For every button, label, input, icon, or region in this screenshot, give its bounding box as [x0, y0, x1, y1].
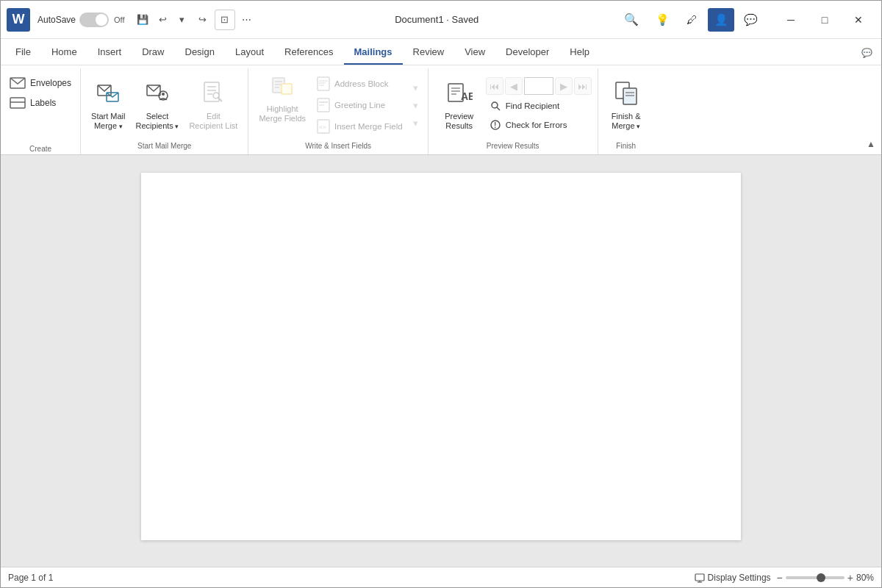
save-button[interactable]: 💾 — [134, 11, 151, 29]
edit-recipient-list-label: EditRecipient List — [189, 112, 237, 131]
preview-group-label: Preview Results — [487, 139, 539, 151]
preview-buttons: ABC PreviewResults ⏮ ◀ ▶ ⏭ — [434, 71, 592, 139]
share-button[interactable]: 👤 — [708, 8, 734, 32]
highlight-merge-fields-label: HighlightMerge Fields — [259, 104, 306, 123]
preview-results-container: ABC PreviewResults — [434, 79, 484, 132]
envelope-icon — [10, 77, 26, 89]
close-button[interactable]: ✕ — [842, 7, 875, 33]
address-block-dropdown: ▾ — [409, 80, 422, 96]
nav-prev-button: ◀ — [505, 77, 523, 95]
search-button[interactable]: 🔍 — [618, 10, 645, 30]
find-recipient-label: Find Recipient — [506, 101, 560, 110]
svg-rect-41 — [695, 574, 704, 581]
top-right-icons: 💡 🖊 👤 💬 — [649, 8, 764, 32]
help-icon-button[interactable]: 💡 — [649, 8, 675, 32]
zoom-level: 80% — [856, 573, 874, 583]
tab-draw[interactable]: Draw — [132, 42, 174, 65]
greeting-line-dropdown: ▾ — [409, 98, 422, 113]
write-insert-inner: HighlightMerge Fields Address Block — [254, 71, 421, 151]
tab-view[interactable]: View — [454, 42, 495, 65]
qat: 💾 ↩ ▾ ↪ ⊡ ⋯ — [134, 10, 256, 30]
ribbon: Envelopes Labels Create — [1, 65, 881, 155]
pen-mode-button[interactable]: 🖊 — [678, 8, 705, 32]
create-buttons: Envelopes Labels — [5, 74, 76, 142]
maximize-button[interactable]: □ — [808, 7, 842, 33]
zoom-in-button[interactable]: + — [847, 572, 853, 584]
preview-nav-controls: ⏮ ◀ ▶ ⏭ — [486, 77, 592, 95]
svg-rect-1 — [10, 98, 25, 108]
minimize-button[interactable]: ─ — [774, 7, 808, 33]
tab-references[interactable]: References — [274, 42, 343, 65]
svg-rect-18 — [282, 84, 292, 94]
comments-tab-button[interactable]: 💬 — [856, 44, 877, 62]
insert-merge-field-button: «» Insert Merge Field — [313, 117, 406, 136]
check-for-errors-button[interactable]: ! Check for Errors — [486, 117, 592, 133]
display-settings-icon — [695, 573, 705, 583]
finish-group-label: Finish — [616, 139, 636, 151]
svg-text:«»: «» — [319, 123, 326, 131]
tab-file[interactable]: File — [5, 42, 41, 65]
tab-layout[interactable]: Layout — [225, 42, 274, 65]
zoom-slider[interactable] — [786, 576, 845, 579]
address-block-icon — [317, 76, 330, 91]
undo-button[interactable]: ↩ — [154, 11, 172, 29]
document-area — [1, 155, 881, 567]
layout-toggle-button[interactable]: ⊡ — [215, 10, 235, 30]
tab-developer[interactable]: Developer — [495, 42, 559, 65]
status-right: Display Settings − + 80% — [695, 572, 874, 584]
envelopes-label: Envelopes — [30, 78, 71, 88]
check-for-errors-label: Check for Errors — [506, 121, 567, 129]
autosave-toggle[interactable] — [79, 12, 109, 27]
preview-nav-area: ⏮ ◀ ▶ ⏭ Find Recipient — [486, 74, 592, 136]
ribbon-collapse-button[interactable]: ▲ — [864, 137, 878, 151]
svg-text:!: ! — [494, 121, 496, 129]
find-recipient-button[interactable]: Find Recipient — [486, 98, 592, 114]
start-mail-merge-button[interactable]: Start MailMerge — [87, 79, 129, 132]
svg-point-33 — [492, 102, 498, 108]
finish-buttons: Finish &Merge — [604, 71, 648, 139]
comments-button[interactable]: 💬 — [737, 8, 764, 32]
nav-last-button: ⏭ — [574, 77, 592, 95]
ribbon-group-preview: ABC PreviewResults ⏮ ◀ ▶ ⏭ — [429, 68, 598, 154]
ribbon-group-write-insert: HighlightMerge Fields Address Block — [248, 68, 428, 154]
preview-page-input[interactable] — [524, 77, 553, 95]
tab-home[interactable]: Home — [41, 42, 87, 65]
status-bar: Page 1 of 1 Display Settings − + 80% — [1, 567, 881, 587]
undo-dropdown[interactable]: ▾ — [173, 11, 191, 29]
select-recipients-button[interactable]: SelectRecipients — [132, 79, 184, 132]
redo-button[interactable]: ↪ — [194, 11, 212, 29]
edit-recipient-list-icon — [200, 79, 226, 110]
main-window: W AutoSave Off 💾 ↩ ▾ ↪ ⊡ ⋯ Document1 · S… — [0, 0, 882, 588]
edit-recipient-list-svg — [200, 79, 226, 106]
ribbon-group-start-mail-merge: Start MailMerge SelectRecipients — [81, 68, 248, 154]
start-mail-merge-group-label: Start Mail Merge — [137, 139, 191, 151]
edit-recipient-list-button: EditRecipient List — [184, 79, 242, 132]
highlight-icon — [269, 72, 295, 102]
tab-help[interactable]: Help — [559, 42, 600, 65]
tab-design[interactable]: Design — [175, 42, 225, 65]
tab-mailings[interactable]: Mailings — [344, 42, 403, 65]
svg-rect-19 — [318, 77, 329, 90]
zoom-out-button[interactable]: − — [777, 572, 783, 584]
finish-merge-button[interactable]: Finish &Merge — [604, 79, 648, 132]
tab-insert[interactable]: Insert — [87, 42, 132, 65]
nav-next-button: ▶ — [555, 77, 573, 95]
envelopes-button[interactable]: Envelopes — [5, 74, 76, 92]
autosave-state: Off — [114, 15, 124, 24]
svg-point-13 — [213, 93, 219, 98]
preview-results-icon: ABC — [446, 79, 473, 110]
display-settings-button[interactable]: Display Settings — [695, 573, 771, 583]
insert-merge-field-dropdown: ▾ — [409, 115, 422, 131]
write-insert-buttons: HighlightMerge Fields Address Block — [254, 71, 421, 139]
start-mail-merge-icon — [95, 79, 121, 110]
tab-review[interactable]: Review — [403, 42, 455, 65]
preview-results-button[interactable]: ABC PreviewResults — [439, 82, 480, 129]
document-page — [141, 173, 741, 540]
labels-button[interactable]: Labels — [5, 94, 76, 112]
ribbon-tabs: File Home Insert Draw Design Layout Refe… — [1, 39, 881, 65]
customize-qat-button[interactable]: ⋯ — [238, 11, 256, 29]
labels-icon — [10, 97, 26, 109]
page-info: Page 1 of 1 — [8, 573, 53, 583]
zoom-control[interactable]: − + 80% — [777, 572, 874, 584]
preview-results-svg: ABC — [446, 79, 473, 106]
